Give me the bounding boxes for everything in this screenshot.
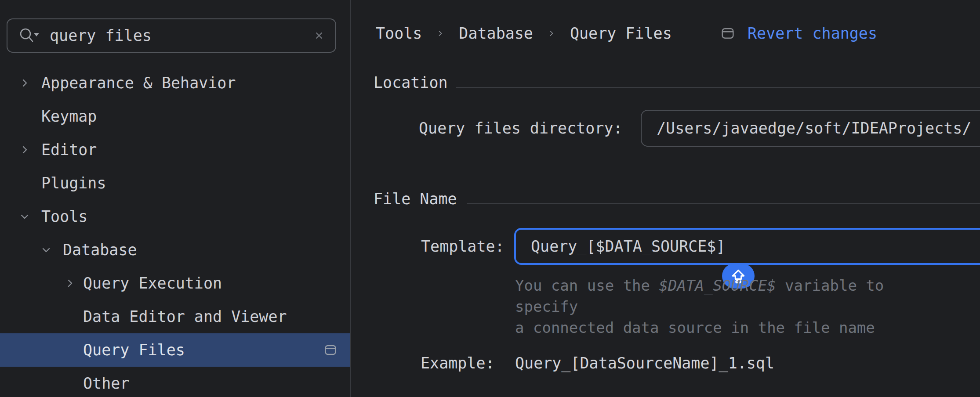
sidebar-item-label: Tools	[41, 208, 87, 225]
data-source-variable: $DATA_SOURCE$	[659, 277, 776, 294]
sidebar-item-label: Query Execution	[83, 274, 222, 292]
sidebar-item-query-files[interactable]: Query Files	[0, 333, 350, 367]
section-divider	[467, 203, 980, 204]
sidebar-item-label: Database	[63, 241, 137, 259]
revert-changes-link[interactable]: Revert changes	[748, 25, 877, 42]
sidebar-item-label: Query Files	[83, 341, 185, 359]
chevron-right-icon[interactable]	[19, 144, 30, 155]
query-files-directory-input[interactable]	[642, 119, 980, 137]
query-files-directory-field[interactable]	[641, 110, 980, 147]
sidebar-item-plugins[interactable]: Plugins	[0, 166, 350, 200]
help-line-2: specify	[515, 296, 884, 317]
search-with-history-icon[interactable]	[20, 28, 40, 43]
template-help-text: You can use the $DATA_SOURCE$ variable t…	[515, 275, 884, 338]
clear-search-icon[interactable]	[313, 30, 325, 41]
sidebar-item-label: Data Editor and Viewer	[83, 308, 287, 325]
sidebar-item-data-editor-and-viewer[interactable]: Data Editor and Viewer	[0, 300, 350, 333]
modified-settings-icon	[324, 344, 337, 356]
modified-settings-icon	[721, 27, 734, 40]
chevron-right-icon[interactable]	[64, 278, 76, 289]
sidebar-item-label: Editor	[41, 141, 97, 159]
query-files-directory-label: Query files directory:	[419, 118, 623, 139]
breadcrumb: Tools Database Query Files	[376, 20, 672, 47]
help-line-1: You can use the $DATA_SOURCE$ variable t…	[515, 275, 884, 296]
settings-sidebar: Appearance & Behavior Keymap Editor Plug…	[0, 0, 350, 397]
example-value: Query_[DataSourceName]_1.sql	[515, 353, 774, 374]
revert-changes: Revert changes	[721, 20, 877, 47]
template-input[interactable]	[516, 238, 980, 255]
sidebar-item-tools[interactable]: Tools	[0, 200, 350, 233]
section-divider	[456, 87, 980, 88]
chevron-down-icon[interactable]	[40, 244, 52, 256]
sidebar-item-other[interactable]: Other	[0, 367, 350, 397]
sidebar-item-editor[interactable]: Editor	[0, 133, 350, 166]
sidebar-item-label: Appearance & Behavior	[41, 74, 236, 92]
panel-divider	[350, 0, 351, 397]
sidebar-item-label: Plugins	[41, 174, 106, 192]
search-input[interactable]	[50, 27, 313, 44]
breadcrumb-database[interactable]: Database	[459, 25, 533, 42]
settings-search-box[interactable]	[7, 18, 336, 53]
sidebar-item-query-execution[interactable]: Query Execution	[0, 267, 350, 300]
sidebar-item-keymap[interactable]: Keymap	[0, 100, 350, 133]
sidebar-item-label: Other	[83, 375, 129, 392]
breadcrumb-tools[interactable]: Tools	[376, 25, 422, 42]
chevron-right-icon[interactable]	[19, 77, 30, 89]
template-field[interactable]	[514, 228, 980, 265]
template-label: Template:	[421, 236, 505, 257]
location-section-title: Location	[374, 72, 448, 93]
example-label: Example:	[421, 353, 495, 374]
breadcrumb-query-files[interactable]: Query Files	[570, 25, 672, 42]
settings-tree: Appearance & Behavior Keymap Editor Plug…	[0, 66, 350, 397]
chevron-down-icon[interactable]	[19, 211, 30, 222]
help-line-3: a connected data source in the file name	[515, 317, 884, 338]
sidebar-item-label: Keymap	[41, 108, 97, 125]
sidebar-item-appearance-behavior[interactable]: Appearance & Behavior	[0, 66, 350, 100]
breadcrumb-separator-icon	[436, 29, 445, 38]
sidebar-item-database[interactable]: Database	[0, 233, 350, 267]
file-name-section-title: File Name	[374, 188, 457, 209]
breadcrumb-separator-icon	[547, 29, 556, 38]
